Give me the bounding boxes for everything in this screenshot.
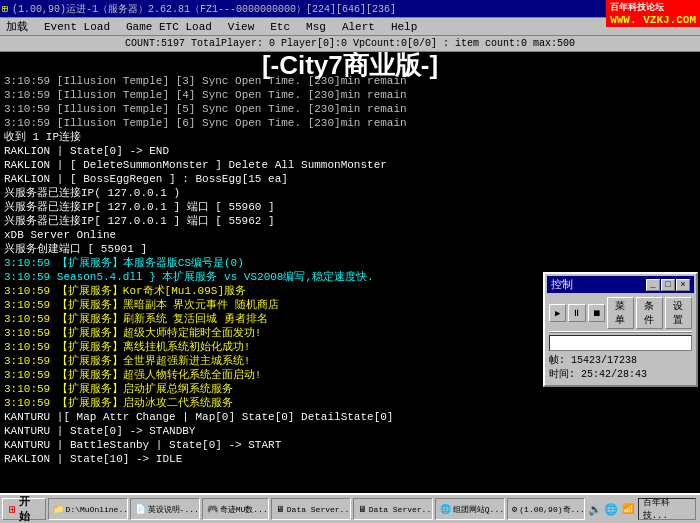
control-separator <box>549 331 692 333</box>
taskbar-item-4[interactable]: 🖥 Data Server... <box>353 498 433 520</box>
website-url: WWW. VZKJ.COM <box>610 14 696 26</box>
start-label: 开始 <box>19 494 39 523</box>
menu-msg[interactable]: Msg <box>302 21 330 33</box>
clock-display: 百年科技... <box>643 496 691 522</box>
log-line: xDB Server Online <box>4 228 696 242</box>
log-line: KANTURU | BattleStanby | State[0] -> STA… <box>4 438 696 452</box>
log-line: 兴服务器已连接IP[ 127.0.0.1 ] 端口 [ 55962 ] <box>4 214 696 228</box>
taskbar-item-6[interactable]: ⚙ (1.00,90)奇... <box>507 498 585 520</box>
log-line: 兴服务创建端口 [ 55901 ] <box>4 242 696 256</box>
big-title: [-City7商业版-] <box>4 58 696 72</box>
menu-etc[interactable]: Etc <box>266 21 294 33</box>
log-line: 3:10:59 [Illusion Temple] [4] Sync Open … <box>4 88 696 102</box>
log-line: 3:10:59 [Illusion Temple] [5] Sync Open … <box>4 102 696 116</box>
control-close-button[interactable]: × <box>676 279 690 291</box>
tray-icon-2: 🌐 <box>604 501 619 517</box>
window-icon: ⊞ <box>2 3 8 15</box>
log-line: 3:10:59 【扩展服务】启动冰攻二代系统服务 <box>4 396 696 410</box>
website-label: 百年科技论坛 WWW. VZKJ.COM <box>606 0 700 27</box>
website-forum: 百年科技论坛 <box>610 1 696 14</box>
taskbar-item-3[interactable]: 🖥 Data Server... <box>271 498 351 520</box>
control-maximize-button[interactable]: □ <box>661 279 675 291</box>
ctrl-menu-button[interactable]: 菜单 <box>607 297 634 329</box>
title-bar-left: ⊞ (1.00,90)运进-1（服务器）2.62.81（FZ1---000000… <box>2 2 396 16</box>
tray-icon-3: 📶 <box>621 501 636 517</box>
menu-help[interactable]: Help <box>387 21 421 33</box>
ctrl-stop-button[interactable]: ⏹ <box>588 304 605 322</box>
control-body: ▶ ⏸ ⏹ 菜单 条件 设置 帧: 15423/17238 时间: 25:42/… <box>547 295 694 383</box>
window-title: (1.00,90)运进-1（服务器）2.62.81（FZ1---00000000… <box>12 2 396 16</box>
menu-game-etc-load[interactable]: Game ETC Load <box>122 21 216 33</box>
control-buttons-row: ▶ ⏸ ⏹ 菜单 条件 设置 <box>549 297 692 329</box>
log-line: KANTURU |[ Map Attr Change | Map[0] Stat… <box>4 410 696 424</box>
log-line: RAKLION | State[10] -> IDLE <box>4 452 696 466</box>
tray-area: 🔊 🌐 📶 百年科技... <box>587 498 698 520</box>
server-icon-3: 🖥 <box>276 504 285 515</box>
web-icon: 🌐 <box>440 504 451 515</box>
taskbar-clock: 百年科技... <box>638 498 696 520</box>
doc-icon: 📄 <box>135 504 146 515</box>
log-line: 收到 1 IP连接 <box>4 130 696 144</box>
log-line: RAKLION | State[0] -> END <box>4 144 696 158</box>
menu-load[interactable]: 加载 <box>2 19 32 34</box>
menu-event-load[interactable]: Event Load <box>40 21 114 33</box>
stats-text: COUNT:5197 TotalPlayer: 0 Player[0]:0 Vp… <box>125 38 575 49</box>
control-minimize-button[interactable]: _ <box>646 279 660 291</box>
log-container: 3:10:59 [Illusion Temple] [3] Sync Open … <box>4 74 696 466</box>
folder-icon: 📁 <box>53 504 64 515</box>
menu-bar: 加载 Event Load Game ETC Load View Etc Msg… <box>0 18 700 36</box>
control-stats: 帧: 15423/17238 时间: 25:42/28:43 <box>549 353 692 381</box>
log-line: 兴服务器已连接IP( 127.0.0.1 ) <box>4 186 696 200</box>
menu-view[interactable]: View <box>224 21 258 33</box>
log-line: RAKLION | [ BossEggRegen ] : BossEgg[15 … <box>4 172 696 186</box>
start-button[interactable]: ⊞ 开始 <box>2 498 46 520</box>
menu-alert[interactable]: Alert <box>338 21 379 33</box>
ctrl-input[interactable] <box>549 335 692 351</box>
tray-icon-1: 🔊 <box>587 501 602 517</box>
ctrl-settings-button[interactable]: 设置 <box>665 297 692 329</box>
log-line: 兴服务器已连接IP[ 127.0.0.1 ] 端口 [ 55960 ] <box>4 200 696 214</box>
main-area: [-City7商业版-] 3:10:59 [Illusion Temple] [… <box>0 52 700 493</box>
taskbar: ⊞ 开始 📁 D:\MuOnline... 📄 英设说明-... 🎮 奇迹MU数… <box>0 493 700 523</box>
stats-bar: COUNT:5197 TotalPlayer: 0 Player[0]:0 Vp… <box>0 36 700 52</box>
control-title-label: 控制 <box>551 277 573 292</box>
server-icon-4: 🖥 <box>358 504 367 515</box>
taskbar-item-5[interactable]: 🌐 组团网站Q... <box>435 498 505 520</box>
log-line: 3:10:59 [Illusion Temple] [6] Sync Open … <box>4 116 696 130</box>
log-line: 3:10:59 [Illusion Temple] [3] Sync Open … <box>4 74 696 88</box>
log-line: 3:10:59 【扩展服务】本服务器版CS编号是(0) <box>4 256 696 270</box>
log-line: KANTURU | State[0] -> STANDBY <box>4 424 696 438</box>
control-panel: 控制 _ □ × ▶ ⏸ ⏹ 菜单 条件 设置 帧: 15423/17238 时… <box>543 272 698 387</box>
title-bar: ⊞ (1.00,90)运进-1（服务器）2.62.81（FZ1---000000… <box>0 0 700 18</box>
taskbar-item-0[interactable]: 📁 D:\MuOnline... <box>48 498 128 520</box>
windows-logo-icon: ⊞ <box>9 503 16 516</box>
control-panel-title: 控制 _ □ × <box>547 276 694 293</box>
app-icon-2: 🎮 <box>207 504 218 515</box>
taskbar-item-2[interactable]: 🎮 奇迹MU数... <box>202 498 269 520</box>
ctrl-condition-button[interactable]: 条件 <box>636 297 663 329</box>
ctrl-time: 时间: 25:42/28:43 <box>549 367 692 381</box>
ctrl-play-button[interactable]: ▶ <box>549 304 566 322</box>
taskbar-item-1[interactable]: 📄 英设说明-... <box>130 498 200 520</box>
server-icon-6: ⚙ <box>512 504 517 515</box>
log-line: RAKLION | [ DeleteSummonMonster ] Delete… <box>4 158 696 172</box>
ctrl-frames: 帧: 15423/17238 <box>549 353 692 367</box>
ctrl-pause-button[interactable]: ⏸ <box>568 304 585 322</box>
